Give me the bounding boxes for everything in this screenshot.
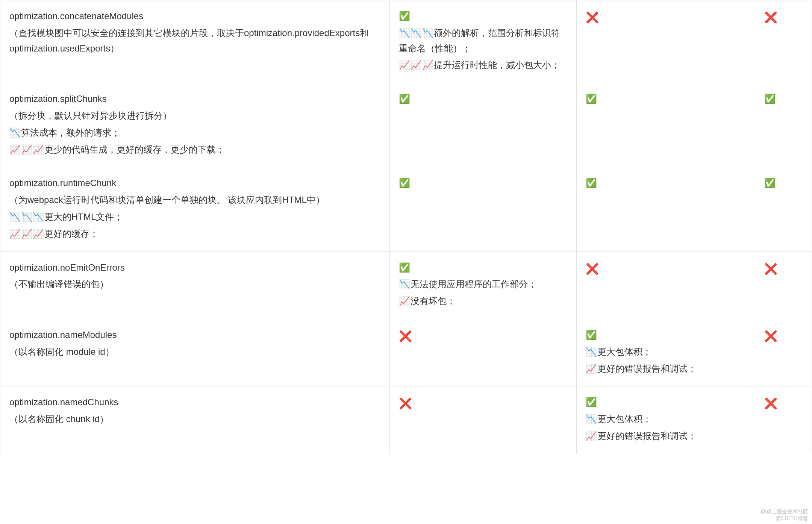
check-icon: ✅ xyxy=(399,262,410,273)
cell-col4: ✅ xyxy=(755,83,812,167)
cell-col3: ✅ xyxy=(576,83,755,167)
cell-detail-line: 📈📈📈更少的代码生成，更好的缓存，更少的下载； xyxy=(9,142,380,158)
option-title: optimization.namedChunks xyxy=(9,395,380,410)
cell-col4: ❌ xyxy=(755,251,812,319)
check-icon: ✅ xyxy=(586,330,597,340)
cell-option: optimization.noEmitOnErrors（不输出编译错误的包） xyxy=(0,251,390,319)
cell-detail-line: 📈没有坏包； xyxy=(399,294,567,309)
cell-col3: ✅📉更大包体积；📈更好的错误报告和调试； xyxy=(576,386,755,454)
config-table: optimization.concatenateModules（查找模块图中可以… xyxy=(0,0,812,454)
cell-col2: ✅ xyxy=(390,83,577,167)
cell-detail-line: 📉更大包体积； xyxy=(586,412,746,427)
check-icon: ✅ xyxy=(399,178,410,188)
option-desc: （查找模块图中可以安全的连接到其它模块的片段，取决于optimization.p… xyxy=(9,26,380,56)
cell-col4: ❌ xyxy=(755,386,812,454)
cell-detail-line: 📈更好的错误报告和调试； xyxy=(586,429,746,444)
cross-icon: ❌ xyxy=(764,398,777,409)
option-desc: （不输出编译错误的包） xyxy=(9,277,380,292)
cell-col3: ❌ xyxy=(576,251,755,319)
cross-icon: ❌ xyxy=(764,12,777,23)
trend-icon: 📉 xyxy=(586,414,597,424)
trend-icon: 📉 xyxy=(9,127,21,138)
cell-detail-text: 更大的HTML文件； xyxy=(44,212,123,222)
cross-icon: ❌ xyxy=(764,330,777,342)
cell-detail-text: 更大包体积； xyxy=(597,347,651,357)
trend-icon: 📈📈📈 xyxy=(9,144,44,154)
table-row: optimization.noEmitOnErrors（不输出编译错误的包）✅📉… xyxy=(0,251,812,319)
cell-detail-line: 📉📉📉额外的解析，范围分析和标识符重命名（性能）； xyxy=(399,26,567,56)
cell-detail-line: 📈📈📈更好的缓存； xyxy=(9,226,380,242)
cell-col4: ❌ xyxy=(755,319,812,386)
cell-detail-text: 更大包体积； xyxy=(597,414,651,424)
cell-detail-line: 📈更好的错误报告和调试； xyxy=(586,361,746,377)
cell-option: optimization.nameModules（以名称固化 module id… xyxy=(0,319,390,386)
trend-icon: 📉 xyxy=(399,279,411,289)
trend-icon: 📉 xyxy=(586,347,597,357)
option-title: optimization.nameModules xyxy=(9,327,380,343)
cell-col2: ❌ xyxy=(390,319,577,386)
option-desc: （为webpack运行时代码和块清单创建一个单独的块。 该块应内联到HTML中） xyxy=(9,192,380,208)
cell-option: optimization.splitChunks（拆分块，默认只针对异步块进行拆… xyxy=(0,83,390,167)
cell-col2: ❌ xyxy=(390,386,577,454)
trend-icon: 📈📈📈 xyxy=(399,60,434,70)
cell-detail-line: 📉无法使用应用程序的工作部分； xyxy=(399,277,567,292)
trend-icon: 📉📉📉 xyxy=(399,28,434,38)
cell-detail-text: 更好的错误报告和调试； xyxy=(597,363,697,374)
cross-icon: ❌ xyxy=(399,398,412,409)
trend-icon: 📈📈📈 xyxy=(9,229,44,239)
cell-detail-line: 📉算法成本，额外的请求； xyxy=(9,125,380,141)
check-icon: ✅ xyxy=(764,178,776,188)
table-row: optimization.nameModules（以名称固化 module id… xyxy=(0,319,812,386)
cell-col4: ❌ xyxy=(755,0,812,83)
cross-icon: ❌ xyxy=(399,330,412,342)
cell-detail-line: 📉更大包体积； xyxy=(586,344,746,360)
table-row: optimization.concatenateModules（查找模块图中可以… xyxy=(0,0,812,83)
check-icon: ✅ xyxy=(399,11,410,21)
cell-detail-text: 更好的缓存； xyxy=(44,229,98,239)
cross-icon: ❌ xyxy=(764,263,777,275)
table-row: optimization.runtimeChunk（为webpack运行时代码和… xyxy=(0,167,812,251)
cell-detail-line: 📈📈📈提升运行时性能，减小包大小； xyxy=(399,58,567,73)
cell-detail-line: 📉📉📉更大的HTML文件； xyxy=(9,209,380,225)
option-title: optimization.noEmitOnErrors xyxy=(9,260,380,276)
option-desc: （拆分块，默认只针对异步块进行拆分） xyxy=(9,108,380,124)
cell-col2: ✅📉无法使用应用程序的工作部分；📈没有坏包； xyxy=(390,251,577,319)
option-desc: （以名称固化 chunk id） xyxy=(9,412,380,427)
cross-icon: ❌ xyxy=(586,263,599,275)
trend-icon: 📉📉📉 xyxy=(9,212,44,222)
cell-detail-text: 更少的代码生成，更好的缓存，更少的下载； xyxy=(44,144,225,154)
trend-icon: 📈 xyxy=(399,296,411,306)
cross-icon: ❌ xyxy=(586,12,599,23)
option-title: optimization.concatenateModules xyxy=(9,9,380,24)
cell-col3: ✅ xyxy=(576,167,755,251)
cell-detail-text: 没有坏包； xyxy=(411,296,456,306)
trend-icon: 📈 xyxy=(586,431,597,441)
option-title: optimization.splitChunks xyxy=(9,91,380,107)
cell-detail-text: 无法使用应用程序的工作部分； xyxy=(411,279,537,289)
cell-detail-text: 更好的错误报告和调试； xyxy=(597,431,697,441)
cell-col3: ✅📉更大包体积；📈更好的错误报告和调试； xyxy=(576,319,755,386)
table-row: optimization.splitChunks（拆分块，默认只针对异步块进行拆… xyxy=(0,83,812,167)
check-icon: ✅ xyxy=(586,94,597,104)
cell-col2: ✅📉📉📉额外的解析，范围分析和标识符重命名（性能）；📈📈📈提升运行时性能，减小包… xyxy=(390,0,577,83)
trend-icon: 📈 xyxy=(586,363,597,374)
table-row: optimization.namedChunks（以名称固化 chunk id）… xyxy=(0,386,812,454)
check-icon: ✅ xyxy=(586,397,597,407)
cell-option: optimization.namedChunks（以名称固化 chunk id） xyxy=(0,386,390,454)
check-icon: ✅ xyxy=(586,178,597,188)
cell-option: optimization.concatenateModules（查找模块图中可以… xyxy=(0,0,390,83)
option-title: optimization.runtimeChunk xyxy=(9,176,380,191)
cell-detail-text: 算法成本，额外的请求； xyxy=(21,127,120,138)
cell-col4: ✅ xyxy=(755,167,812,251)
option-desc: （以名称固化 module id） xyxy=(9,344,380,360)
check-icon: ✅ xyxy=(764,94,776,104)
check-icon: ✅ xyxy=(399,94,410,104)
cell-detail-text: 提升运行时性能，减小包大小； xyxy=(434,60,560,70)
cell-col2: ✅ xyxy=(390,167,577,251)
cell-option: optimization.runtimeChunk（为webpack运行时代码和… xyxy=(0,167,390,251)
cell-col3: ❌ xyxy=(576,0,755,83)
